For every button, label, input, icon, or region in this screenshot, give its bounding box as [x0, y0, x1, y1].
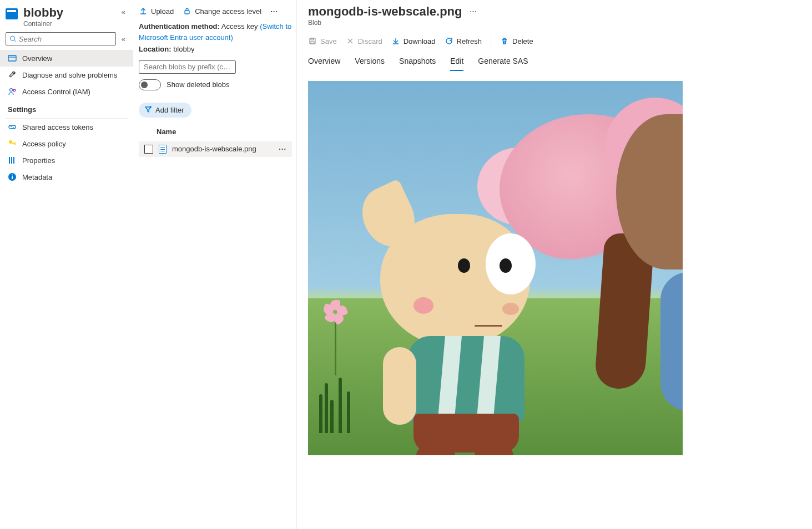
lock-icon	[183, 7, 191, 16]
nav-item-label: Metadata	[22, 173, 52, 181]
svg-rect-13	[12, 176, 13, 179]
add-filter-label: Add filter	[155, 106, 184, 114]
svg-rect-2	[8, 55, 16, 61]
refresh-icon	[445, 37, 453, 45]
page-title: blobby	[23, 6, 114, 20]
nav-item-label: Properties	[22, 156, 55, 165]
wrench-icon	[8, 70, 17, 79]
tool-label: Upload	[151, 7, 174, 16]
tool-label: Change access level	[195, 7, 261, 16]
row-more-button[interactable]: ···	[279, 145, 289, 153]
show-deleted-label: Show deleted blobs	[167, 80, 229, 89]
svg-rect-11	[13, 157, 14, 164]
svg-rect-9	[9, 157, 10, 164]
page-subtitle: Container	[23, 20, 114, 28]
upload-button[interactable]: Upload	[139, 7, 174, 16]
location-value: blobby	[173, 45, 194, 53]
nav-item-metadata[interactable]: Metadata	[0, 169, 133, 185]
filter-icon	[144, 105, 152, 115]
tab-overview[interactable]: Overview	[308, 54, 340, 71]
tool-label: Refresh	[457, 37, 482, 45]
svg-point-4	[10, 89, 13, 91]
left-panel: blobby Container « « Overview Diagnose a…	[0, 0, 297, 529]
svg-rect-8	[14, 143, 16, 145]
delete-button[interactable]: Delete	[500, 37, 533, 45]
blob-subtitle: Blob	[308, 19, 812, 27]
info-icon	[8, 172, 17, 181]
tab-snapshots[interactable]: Snapshots	[399, 54, 436, 71]
search-icon	[9, 35, 17, 43]
download-button[interactable]: Download	[391, 37, 436, 45]
save-button[interactable]: Save	[308, 37, 337, 45]
blob-panel: mongodb-is-webscale.png ··· Blob Save Di…	[297, 0, 812, 529]
nav-header: blobby Container «	[0, 4, 133, 32]
tool-label: Delete	[512, 37, 533, 45]
content-toolbar-more-button[interactable]: ···	[270, 7, 278, 16]
show-deleted-toggle[interactable]	[139, 79, 161, 90]
nav-item-diagnose[interactable]: Diagnose and solve problems	[0, 67, 133, 83]
blob-header: mongodb-is-webscale.png ···	[308, 4, 812, 19]
tool-label: Save	[320, 37, 337, 45]
tab-versions[interactable]: Versions	[355, 54, 385, 71]
svg-point-0	[11, 37, 15, 41]
iam-icon	[8, 87, 17, 96]
collapse-left-button[interactable]: «	[119, 6, 128, 18]
nav-search-input[interactable]	[19, 35, 112, 43]
svg-rect-17	[311, 38, 314, 40]
nav-item-label: Access policy	[22, 140, 66, 148]
content-toolbar: Upload Change access level ···	[139, 4, 292, 21]
blob-title: mongodb-is-webscale.png	[308, 4, 462, 19]
file-name: mongodb-is-webscale.png	[172, 145, 273, 153]
refresh-button[interactable]: Refresh	[445, 37, 482, 45]
svg-line-1	[14, 40, 16, 42]
svg-point-14	[12, 175, 13, 176]
content-column: Upload Change access level ··· Authentic…	[133, 0, 296, 529]
link-icon	[8, 123, 17, 131]
image-preview	[308, 81, 683, 455]
settings-section-label: Settings	[0, 100, 133, 117]
add-filter-button[interactable]: Add filter	[139, 103, 191, 118]
blob-tabs: Overview Versions Snapshots Edit Generat…	[308, 54, 812, 71]
divider	[491, 35, 491, 47]
location-label: Location:	[139, 45, 172, 53]
show-deleted-row: Show deleted blobs	[139, 79, 292, 90]
nav-item-iam[interactable]: Access Control (IAM)	[0, 83, 133, 100]
collapse-nav-button[interactable]: «	[119, 33, 128, 45]
properties-icon	[8, 156, 17, 165]
blob-header-more-button[interactable]: ···	[470, 8, 477, 16]
auth-method-row: Authentication method: Access key (Switc…	[139, 21, 292, 43]
nav-item-label: Shared access tokens	[22, 123, 93, 131]
tool-label: Download	[404, 37, 436, 45]
discard-icon	[346, 37, 355, 45]
download-icon	[391, 37, 400, 45]
list-header-name[interactable]: Name	[139, 118, 292, 141]
tab-edit[interactable]: Edit	[450, 54, 463, 71]
svg-point-5	[13, 90, 16, 92]
svg-rect-18	[311, 42, 314, 44]
key-icon	[8, 139, 17, 148]
nav-item-access-policy[interactable]: Access policy	[0, 135, 133, 152]
auth-method-value: Access key	[221, 22, 258, 30]
change-access-level-button[interactable]: Change access level	[183, 7, 261, 16]
blob-toolbar: Save Discard Download Refresh Delete	[308, 27, 812, 54]
prefix-search-input[interactable]	[139, 60, 236, 74]
nav-item-overview[interactable]: Overview	[0, 50, 133, 67]
location-row: Location: blobby	[139, 44, 292, 55]
discard-button[interactable]: Discard	[346, 37, 382, 45]
overview-icon	[8, 54, 17, 63]
tab-generate-sas[interactable]: Generate SAS	[478, 54, 528, 71]
nav-item-properties[interactable]: Properties	[0, 152, 133, 169]
nav-item-label: Overview	[22, 54, 52, 63]
upload-icon	[139, 7, 148, 16]
nav-search-box[interactable]	[6, 32, 116, 45]
nav-item-shared-tokens[interactable]: Shared access tokens	[0, 119, 133, 135]
list-item[interactable]: mongodb-is-webscale.png ···	[139, 141, 292, 157]
file-icon	[159, 145, 167, 154]
row-checkbox[interactable]	[144, 145, 153, 154]
auth-method-label: Authentication method:	[139, 22, 220, 30]
tool-label: Discard	[358, 37, 382, 45]
svg-rect-10	[11, 157, 12, 164]
svg-rect-15	[185, 11, 189, 14]
nav-item-label: Access Control (IAM)	[22, 88, 90, 96]
nav-item-label: Diagnose and solve problems	[22, 71, 117, 79]
